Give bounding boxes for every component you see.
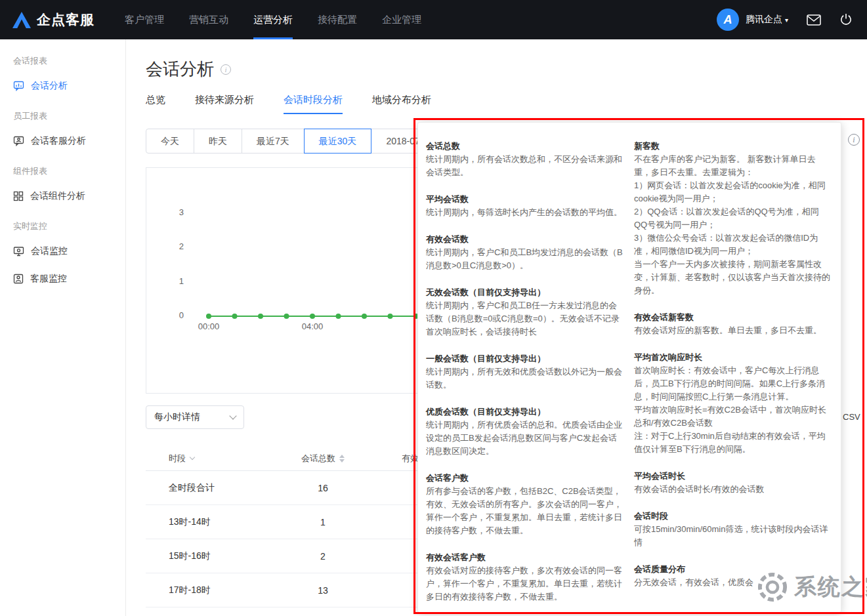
date-filter-last30days[interactable]: 最近30天 bbox=[304, 129, 372, 154]
nav-item-enterprise-management[interactable]: 企业管理 bbox=[382, 0, 421, 39]
sidebar-item-label: 会话监控 bbox=[31, 245, 68, 257]
definition-text: 统计周期内，每筛选时长内产生的会话数的平均值。 bbox=[426, 206, 623, 219]
definition-text: 不在客户库的客户记为新客。 新客数计算单日去重，多日不去重。去重逻辑为： 1）网… bbox=[634, 153, 831, 297]
y-axis-tick-label: 3 bbox=[169, 207, 184, 217]
definition-entry: 无效会话数（目前仅支持导出） 统计周期内，客户C和员工B任一方未发过消息的会话数… bbox=[426, 286, 623, 339]
chart-point bbox=[388, 314, 393, 319]
definition-text: 首次响应时长：有效会话中，客户C每次上行消息后，员工B下行消息的时间间隔。如果C… bbox=[634, 364, 831, 456]
watermark-text: 系统之家 bbox=[794, 572, 867, 602]
nav-item-customer-management[interactable]: 客户管理 bbox=[125, 0, 164, 39]
sidebar-item-component-analysis[interactable]: 会话组件分析 bbox=[0, 182, 125, 210]
definition-text: 有效会话对应的接待客户数，多次有效会话的同一客户，算作一个客户，不重复累加。单日… bbox=[426, 564, 623, 604]
definition-entry: 平均首次响应时长 首次响应时长：有效会话中，客户C每次上行消息后，员工B下行消息… bbox=[634, 351, 831, 456]
cell-period: 15时-16时 bbox=[146, 550, 251, 562]
components-icon bbox=[13, 191, 24, 201]
x-axis-tick-label: 04:00 bbox=[298, 321, 327, 331]
definition-term: 会话时段 bbox=[634, 510, 831, 523]
cell-period: 17时-18时 bbox=[146, 585, 251, 596]
definition-term: 无效会话数（目前仅支持导出） bbox=[426, 286, 623, 299]
qidian-logo-icon bbox=[12, 11, 32, 29]
cell-total: 13 bbox=[251, 585, 395, 596]
chart-point bbox=[336, 314, 341, 319]
definition-term: 一般会话数（目前仅支持导出） bbox=[426, 352, 623, 365]
sidebar-item-label: 会话客服分析 bbox=[31, 135, 86, 147]
definition-term: 平均会话时长 bbox=[634, 470, 831, 483]
definition-entry: 有效会话数 统计周期内，客户C和员工B均发过消息的会话数（B消息数>0且C消息数… bbox=[426, 233, 623, 272]
date-filter-last7days[interactable]: 最近7天 bbox=[242, 129, 305, 154]
tab-reception-source[interactable]: 接待来源分析 bbox=[195, 94, 254, 114]
top-navbar: 企点客服 客户管理 营销互动 运营分析 接待配置 企业管理 A 腾讯企点 ▾ bbox=[0, 0, 867, 39]
chart-point bbox=[258, 314, 263, 319]
definition-text: 统计周期内，所有无效和优质会话数以外记为一般会话数。 bbox=[426, 365, 623, 392]
sidebar-section-header: 员工报表 bbox=[0, 105, 125, 127]
definition-text: 统计周期内，所有优质会话的总和。优质会话由企业设定的员工B发起会话消息数区间与客… bbox=[426, 419, 623, 458]
date-filter-yesterday[interactable]: 昨天 bbox=[194, 129, 242, 154]
chart-point bbox=[362, 314, 367, 319]
sort-caret-icon bbox=[190, 455, 195, 460]
definition-entry: 会话总数 统计周期内，所有会话次数总和，不区分会话来源和会话类型。 bbox=[426, 140, 623, 179]
interval-dropdown-value: 每小时详情 bbox=[154, 411, 200, 423]
sidebar-item-agent-session-analysis[interactable]: 会话客服分析 bbox=[0, 127, 125, 155]
definition-text: 统计周期内，所有会话次数总和，不区分会话来源和会话类型。 bbox=[426, 153, 623, 179]
sidebar-item-session-monitor[interactable]: 会话监控 bbox=[0, 237, 125, 265]
tab-session-period[interactable]: 会话时段分析 bbox=[284, 94, 343, 114]
definition-term: 平均会话数 bbox=[426, 193, 623, 206]
definition-term: 平均首次响应时长 bbox=[634, 351, 831, 364]
definition-text: 有效会话对应的新客数。单日去重，多日不去重。 bbox=[634, 324, 831, 337]
page-title: 会话分析 bbox=[146, 58, 214, 81]
date-filter-today[interactable]: 今天 bbox=[146, 129, 194, 154]
y-axis-tick-label: 0 bbox=[169, 310, 184, 320]
watermark: 系统之家 bbox=[755, 569, 867, 605]
definition-text: 可按15min/30min/60min筛选，统计该时段内会话详情 bbox=[634, 523, 831, 549]
sidebar-section-session-reports: 会话报表 会话分析 bbox=[0, 50, 125, 100]
account-name[interactable]: 腾讯企点 bbox=[746, 14, 782, 26]
tab-overview[interactable]: 总览 bbox=[146, 94, 165, 114]
metrics-info-icon[interactable]: i bbox=[848, 134, 860, 146]
sidebar-item-label: 客服监控 bbox=[30, 273, 67, 285]
nav-item-marketing[interactable]: 营销互动 bbox=[189, 0, 228, 39]
sidebar-section-header: 会话报表 bbox=[0, 50, 125, 72]
mail-icon[interactable] bbox=[807, 14, 821, 26]
definition-entry: 一般会话数（目前仅支持导出） 统计周期内，所有无效和优质会话数以外记为一般会话数… bbox=[426, 352, 623, 392]
tooltip-right-column: 新客数 不在客户库的客户记为新客。 新客数计算单日去重，多日不去重。去重逻辑为：… bbox=[634, 140, 831, 612]
definition-term: 有效会话新客数 bbox=[634, 311, 831, 324]
cell-total: 1 bbox=[251, 517, 395, 527]
sidebar-section-header: 实时监控 bbox=[0, 215, 125, 237]
title-info-icon[interactable]: i bbox=[221, 64, 231, 75]
cell-period: 13时-14时 bbox=[146, 516, 251, 528]
nav-item-operation-analytics[interactable]: 运营分析 bbox=[253, 0, 293, 39]
column-header-period[interactable]: 时段 bbox=[146, 453, 251, 464]
definition-entry: 有效会话客户数 有效会话对应的接待客户数，多次有效会话的同一客户，算作一个客户，… bbox=[426, 551, 623, 604]
account-avatar[interactable]: A bbox=[717, 9, 739, 31]
definition-term: 会话客户数 bbox=[426, 472, 623, 485]
cell-period: 全时段合计 bbox=[146, 482, 251, 494]
nav-item-reception-config[interactable]: 接待配置 bbox=[318, 0, 357, 39]
interval-dropdown[interactable]: 每小时详情 bbox=[146, 405, 244, 429]
definition-term: 新客数 bbox=[634, 140, 831, 153]
chart-point bbox=[206, 314, 211, 319]
definition-entry: 优质会话数（目前仅支持导出） 统计周期内，所有优质会话的总和。优质会话由企业设定… bbox=[426, 405, 623, 458]
chat-chart-icon bbox=[13, 81, 24, 91]
brand-text: 企点客服 bbox=[37, 10, 95, 29]
brand[interactable]: 企点客服 bbox=[12, 10, 95, 29]
primary-nav: 客户管理 营销互动 运营分析 接待配置 企业管理 bbox=[125, 0, 446, 39]
cell-total: 2 bbox=[251, 551, 395, 562]
definition-text: 有效会话的会话时长/有效的会话数 bbox=[634, 483, 831, 496]
agent-chat-icon bbox=[13, 136, 24, 146]
column-header-total[interactable]: 会话总数 bbox=[251, 453, 395, 464]
definition-entry: 新客数 不在客户库的客户记为新客。 新客数计算单日去重，多日不去重。去重逻辑为：… bbox=[634, 140, 831, 297]
tab-region-distribution[interactable]: 地域分布分析 bbox=[372, 94, 431, 114]
page: 企点客服 客户管理 营销互动 运营分析 接待配置 企业管理 A 腾讯企点 ▾ 会… bbox=[0, 0, 867, 616]
logout-icon[interactable] bbox=[839, 13, 853, 26]
definition-entry: 会话客户数 所有参与会话的客户数，包括B2C、C2B会话类型，有效、无效会话的所… bbox=[426, 472, 623, 537]
sidebar-item-label: 会话分析 bbox=[31, 80, 68, 92]
sidebar-item-session-analysis[interactable]: 会话分析 bbox=[0, 72, 125, 100]
export-csv-button[interactable]: CSV bbox=[843, 412, 860, 422]
sidebar-item-label: 会话组件分析 bbox=[30, 190, 85, 202]
chart-point bbox=[310, 314, 315, 319]
column-header-label: 时段 bbox=[169, 453, 186, 464]
definition-term: 会话总数 bbox=[426, 140, 623, 153]
sidebar-item-agent-monitor[interactable]: 客服监控 bbox=[0, 265, 125, 293]
column-header-label: 会话总数 bbox=[301, 453, 335, 464]
tooltip-left-column: 会话总数 统计周期内，所有会话次数总和，不区分会话来源和会话类型。 平均会话数 … bbox=[426, 140, 623, 612]
